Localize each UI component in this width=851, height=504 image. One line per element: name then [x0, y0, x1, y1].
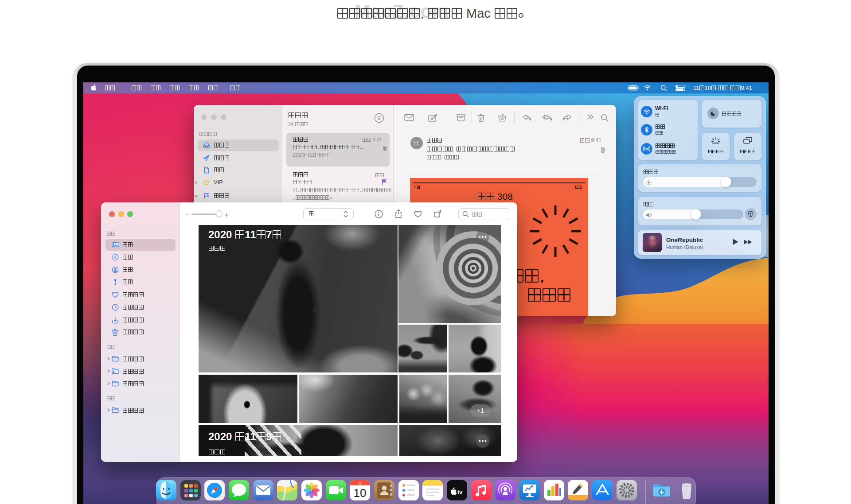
svg-text:tv: tv [457, 489, 462, 496]
svg-text:11: 11 [358, 481, 362, 485]
svg-text:10: 10 [354, 486, 367, 500]
